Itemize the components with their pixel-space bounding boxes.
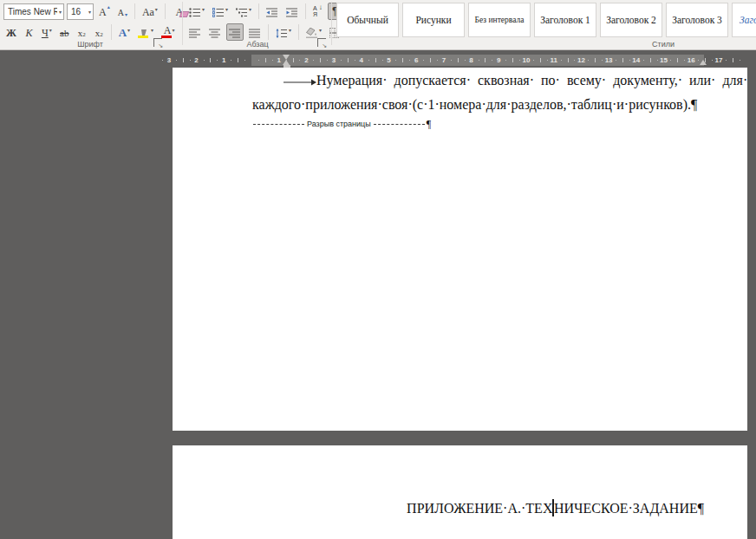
separator: [134, 3, 135, 19]
separator: [258, 3, 259, 19]
ruler-tick: [465, 60, 466, 61]
paragraph-dialog-launcher[interactable]: ↘: [317, 38, 326, 47]
style-card-figures[interactable]: Рисунки: [402, 3, 465, 37]
multilevel-list-button[interactable]: ▾: [233, 3, 254, 20]
ruler-number: 17: [714, 54, 724, 67]
ruler-tick: [540, 58, 541, 62]
styles-group-label: Стили: [624, 40, 702, 49]
grow-font-glyph: А: [99, 7, 107, 17]
chevron-down-icon: ▾: [151, 28, 153, 33]
ruler-tick: [183, 58, 184, 62]
sort-button[interactable]: А ↓ Я: [310, 3, 325, 20]
ruler-number: 9: [493, 54, 504, 67]
ruler-tick: [327, 60, 328, 61]
style-card-heading4[interactable]: Заго: [732, 3, 756, 37]
document-page-2[interactable]: ПРИЛОЖЕНИЕ·А.·ТЕХНИЧЕСКОЕ·ЗАДАНИЕ¶: [173, 445, 747, 539]
justify-button[interactable]: [246, 23, 264, 41]
superscript-button[interactable]: x2: [92, 23, 107, 41]
align-right-button[interactable]: [226, 23, 244, 41]
page-break-dashes: [253, 124, 304, 125]
body-text: каждого·приложения·своя·(с·1·номера·для·…: [252, 97, 697, 112]
ruler-tick: [712, 60, 713, 61]
font-name-combobox[interactable]: Times New Ron ▾: [3, 3, 64, 20]
chevron-down-icon: ▾: [225, 7, 228, 12]
group-divider: [182, 2, 183, 45]
ruler-tick: [375, 58, 376, 62]
font-dialog-launcher[interactable]: ↘: [153, 38, 162, 47]
subscript-button[interactable]: x2: [75, 23, 89, 41]
change-case-button[interactable]: Аа ▾: [140, 3, 160, 20]
heading-text: ПРИЛОЖЕНИЕ·А.·ТЕХ: [407, 501, 552, 516]
page-break-marker[interactable]: Разрыв страницы ¶: [253, 118, 431, 130]
align-right-icon: [229, 29, 241, 38]
document-page-1[interactable]: Нумерация· допускается· сквозная· по· вс…: [173, 68, 747, 431]
ruler-tick: [341, 60, 342, 61]
page-break-label: Разрыв страницы: [304, 120, 374, 128]
separator: [111, 24, 112, 40]
ruler-number: 13: [603, 54, 614, 67]
ruler-tick: [574, 60, 575, 61]
ruler-tick: [643, 60, 644, 61]
ruler-number: 11: [549, 54, 559, 67]
ruler-tick: [258, 60, 259, 61]
heading-text: НИЧЕСКОЕ·ЗАДАНИЕ¶: [554, 501, 704, 516]
bold-button[interactable]: Ж: [3, 23, 19, 41]
font-color-swatch: [161, 36, 172, 38]
text-effects-button[interactable]: А ▾: [116, 23, 133, 41]
ruler-tick: [588, 60, 589, 61]
body-text-line-1[interactable]: Нумерация· допускается· сквозная· по· вс…: [251, 71, 747, 90]
style-card-no-spacing[interactable]: Без интервала: [468, 3, 531, 37]
ruler-tick: [320, 58, 321, 62]
style-card-label: Заго: [740, 15, 756, 25]
body-text-line-2[interactable]: каждого·приложения·своя·(с·1·номера·для·…: [252, 95, 697, 114]
decrease-indent-button[interactable]: [264, 3, 281, 20]
ruler-tick: [616, 60, 616, 61]
ruler-tick: [210, 58, 211, 62]
style-card-normal[interactable]: Обычный: [336, 3, 399, 37]
ruler-tick: [740, 60, 740, 61]
ruler-number: 1: [274, 54, 284, 67]
chevron-down-icon: ▾: [127, 28, 130, 33]
chevron-down-icon: ▾: [319, 28, 322, 33]
strikethrough-button[interactable]: ab: [57, 23, 72, 41]
ruler-tick: [204, 60, 205, 61]
style-card-label: Обычный: [347, 15, 388, 25]
ruler-tick: [650, 58, 651, 62]
style-card-heading3[interactable]: Заголовок 3: [666, 3, 728, 37]
highlight-color-swatch: [138, 36, 148, 38]
font-size-combobox[interactable]: 16 ▾: [67, 3, 94, 20]
increase-indent-button[interactable]: [284, 3, 301, 20]
ruler-number: 8: [466, 54, 477, 67]
ruler-tick: [726, 60, 727, 61]
ruler[interactable]: 3211234567891011121314151617: [0, 54, 756, 67]
underline-button[interactable]: Ч ▾: [39, 23, 55, 41]
shrink-font-button[interactable]: А ▾: [115, 3, 130, 20]
ruler-tick: [733, 58, 733, 62]
ruler-tick: [231, 60, 231, 61]
superscript-mark: 2: [100, 32, 103, 38]
ruler-number: 2: [301, 54, 311, 67]
ruler-tick: [382, 60, 383, 61]
chevron-down-icon: ▾: [49, 28, 52, 33]
ruler-tick: [629, 60, 630, 61]
arrow-up-icon: ▴: [108, 4, 110, 10]
paint-bucket-icon: [306, 28, 318, 38]
line-spacing-button[interactable]: ▾: [273, 23, 294, 41]
ruler-tick: [568, 58, 569, 62]
style-card-heading2[interactable]: Заголовок 2: [600, 3, 662, 37]
style-card-heading1[interactable]: Заголовок 1: [534, 3, 596, 37]
bullets-button[interactable]: ▾: [186, 3, 207, 20]
italic-button[interactable]: К: [22, 23, 36, 41]
align-left-button[interactable]: [186, 23, 204, 41]
ruler-tick: [595, 58, 596, 62]
appendix-heading-line[interactable]: ПРИЛОЖЕНИЕ·А.·ТЕХНИЧЕСКОЕ·ЗАДАНИЕ¶: [407, 499, 704, 516]
ruler-tick: [238, 58, 238, 62]
numbering-button[interactable]: ▾: [210, 3, 231, 20]
justify-icon: [249, 29, 261, 38]
align-center-button[interactable]: [206, 23, 224, 41]
numbered-list-icon: [212, 8, 225, 17]
grow-font-button[interactable]: А ▴: [96, 3, 113, 20]
ruler-tick: [368, 60, 369, 61]
style-card-label: Рисунки: [415, 15, 451, 25]
ruler-tick: [355, 60, 355, 61]
